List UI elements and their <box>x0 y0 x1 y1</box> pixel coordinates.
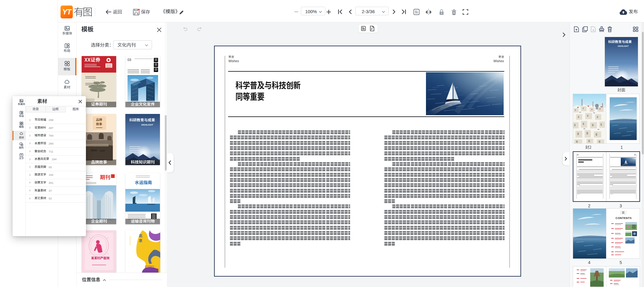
svg-text:CONTENTS: CONTENTS <box>616 217 632 220</box>
svg-text:#: # <box>371 28 372 31</box>
svg-text:03: 03 <box>128 58 131 62</box>
svg-text:HIGHLIGHT: HIGHLIGHT <box>141 124 153 126</box>
svg-text:HIGHLIGHT: HIGHLIGHT <box>618 45 629 47</box>
